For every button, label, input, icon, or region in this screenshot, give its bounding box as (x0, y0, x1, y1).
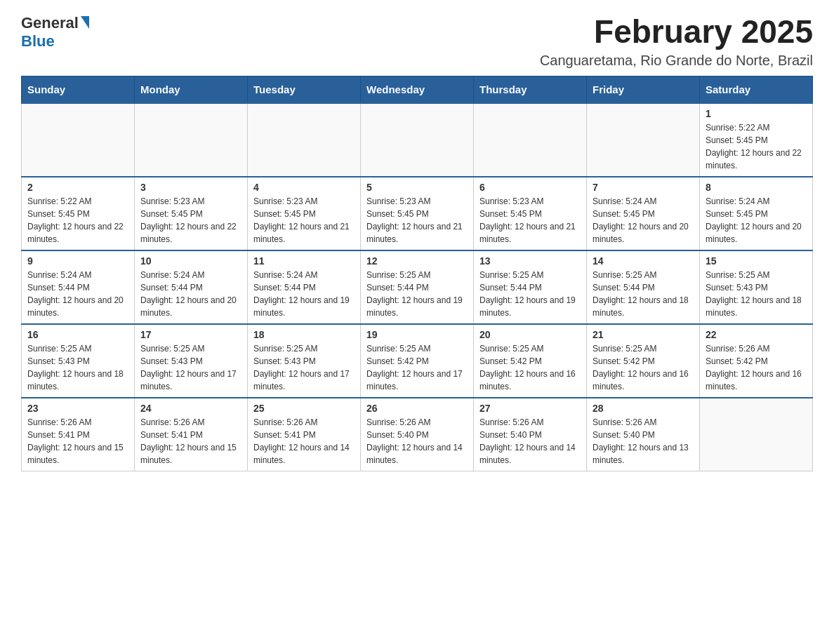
day-info: Sunrise: 5:26 AMSunset: 5:42 PMDaylight:… (706, 342, 807, 393)
day-info: Sunrise: 5:22 AMSunset: 5:45 PMDaylight:… (27, 195, 128, 246)
calendar-cell: 20Sunrise: 5:25 AMSunset: 5:42 PMDayligh… (474, 324, 587, 398)
calendar-week-row: 1Sunrise: 5:22 AMSunset: 5:45 PMDaylight… (22, 103, 813, 177)
day-info: Sunrise: 5:26 AMSunset: 5:40 PMDaylight:… (593, 416, 694, 467)
day-info: Sunrise: 5:23 AMSunset: 5:45 PMDaylight:… (140, 195, 241, 246)
calendar-cell: 28Sunrise: 5:26 AMSunset: 5:40 PMDayligh… (587, 398, 700, 471)
day-number: 10 (140, 255, 241, 267)
calendar-cell: 19Sunrise: 5:25 AMSunset: 5:42 PMDayligh… (361, 324, 474, 398)
calendar-cell (700, 398, 813, 471)
calendar-cell: 10Sunrise: 5:24 AMSunset: 5:44 PMDayligh… (135, 250, 248, 324)
day-number: 20 (479, 329, 581, 340)
day-number: 26 (366, 403, 468, 414)
calendar-cell (22, 103, 135, 177)
page-header: General Blue February 2025 Canguaretama,… (21, 14, 813, 69)
calendar-cell (474, 103, 587, 177)
day-number: 15 (706, 255, 807, 267)
day-number: 28 (593, 403, 694, 414)
calendar-cell: 24Sunrise: 5:26 AMSunset: 5:41 PMDayligh… (135, 398, 248, 471)
day-number: 25 (253, 403, 355, 414)
day-header-tuesday: Tuesday (248, 76, 361, 103)
logo-triangle-icon (81, 16, 89, 29)
day-number: 2 (27, 182, 128, 193)
calendar-week-row: 2Sunrise: 5:22 AMSunset: 5:45 PMDaylight… (22, 177, 813, 250)
calendar-cell: 15Sunrise: 5:25 AMSunset: 5:43 PMDayligh… (700, 250, 813, 324)
day-number: 4 (253, 182, 355, 193)
calendar-cell (587, 103, 700, 177)
day-header-sunday: Sunday (22, 76, 135, 103)
day-info: Sunrise: 5:25 AMSunset: 5:43 PMDaylight:… (706, 269, 807, 319)
calendar-cell (135, 103, 248, 177)
day-info: Sunrise: 5:23 AMSunset: 5:45 PMDaylight:… (253, 195, 355, 246)
calendar-subtitle: Canguaretama, Rio Grande do Norte, Brazi… (540, 53, 813, 69)
day-info: Sunrise: 5:25 AMSunset: 5:42 PMDaylight:… (366, 342, 468, 393)
day-number: 23 (27, 403, 128, 414)
day-number: 21 (593, 329, 694, 340)
day-info: Sunrise: 5:26 AMSunset: 5:41 PMDaylight:… (140, 416, 241, 467)
calendar-cell: 6Sunrise: 5:23 AMSunset: 5:45 PMDaylight… (474, 177, 587, 250)
day-number: 16 (27, 329, 128, 340)
day-info: Sunrise: 5:25 AMSunset: 5:43 PMDaylight:… (253, 342, 355, 393)
day-number: 17 (140, 329, 241, 340)
day-info: Sunrise: 5:26 AMSunset: 5:40 PMDaylight:… (479, 416, 581, 467)
day-info: Sunrise: 5:24 AMSunset: 5:44 PMDaylight:… (27, 269, 128, 319)
day-number: 18 (253, 329, 355, 340)
day-number: 27 (479, 403, 581, 414)
day-info: Sunrise: 5:23 AMSunset: 5:45 PMDaylight:… (366, 195, 468, 246)
calendar-cell: 7Sunrise: 5:24 AMSunset: 5:45 PMDaylight… (587, 177, 700, 250)
logo: General Blue (21, 14, 89, 51)
calendar-cell: 13Sunrise: 5:25 AMSunset: 5:44 PMDayligh… (474, 250, 587, 324)
day-info: Sunrise: 5:24 AMSunset: 5:45 PMDaylight:… (706, 195, 807, 246)
logo-general-text: General (21, 14, 79, 32)
day-number: 6 (479, 182, 581, 193)
calendar-table: SundayMondayTuesdayWednesdayThursdayFrid… (21, 76, 813, 471)
calendar-cell: 21Sunrise: 5:25 AMSunset: 5:42 PMDayligh… (587, 324, 700, 398)
calendar-cell (248, 103, 361, 177)
day-info: Sunrise: 5:24 AMSunset: 5:44 PMDaylight:… (140, 269, 241, 319)
calendar-cell: 12Sunrise: 5:25 AMSunset: 5:44 PMDayligh… (361, 250, 474, 324)
day-info: Sunrise: 5:22 AMSunset: 5:45 PMDaylight:… (706, 121, 807, 172)
day-number: 14 (593, 255, 694, 267)
calendar-cell: 4Sunrise: 5:23 AMSunset: 5:45 PMDaylight… (248, 177, 361, 250)
day-info: Sunrise: 5:25 AMSunset: 5:44 PMDaylight:… (479, 269, 581, 319)
calendar-cell: 22Sunrise: 5:26 AMSunset: 5:42 PMDayligh… (700, 324, 813, 398)
day-number: 5 (366, 182, 468, 193)
day-info: Sunrise: 5:24 AMSunset: 5:44 PMDaylight:… (253, 269, 355, 319)
day-info: Sunrise: 5:24 AMSunset: 5:45 PMDaylight:… (593, 195, 694, 246)
day-number: 12 (366, 255, 468, 267)
calendar-cell: 8Sunrise: 5:24 AMSunset: 5:45 PMDaylight… (700, 177, 813, 250)
calendar-cell: 25Sunrise: 5:26 AMSunset: 5:41 PMDayligh… (248, 398, 361, 471)
title-block: February 2025 Canguaretama, Rio Grande d… (540, 14, 813, 69)
calendar-week-row: 9Sunrise: 5:24 AMSunset: 5:44 PMDaylight… (22, 250, 813, 324)
calendar-cell: 2Sunrise: 5:22 AMSunset: 5:45 PMDaylight… (22, 177, 135, 250)
calendar-cell: 26Sunrise: 5:26 AMSunset: 5:40 PMDayligh… (361, 398, 474, 471)
calendar-cell: 3Sunrise: 5:23 AMSunset: 5:45 PMDaylight… (135, 177, 248, 250)
calendar-header-row: SundayMondayTuesdayWednesdayThursdayFrid… (22, 76, 813, 103)
day-info: Sunrise: 5:25 AMSunset: 5:44 PMDaylight:… (593, 269, 694, 319)
calendar-cell: 16Sunrise: 5:25 AMSunset: 5:43 PMDayligh… (22, 324, 135, 398)
day-number: 1 (706, 108, 807, 119)
calendar-title: February 2025 (540, 14, 813, 50)
day-number: 13 (479, 255, 581, 267)
calendar-cell: 14Sunrise: 5:25 AMSunset: 5:44 PMDayligh… (587, 250, 700, 324)
calendar-cell: 9Sunrise: 5:24 AMSunset: 5:44 PMDaylight… (22, 250, 135, 324)
calendar-cell: 5Sunrise: 5:23 AMSunset: 5:45 PMDaylight… (361, 177, 474, 250)
day-header-saturday: Saturday (700, 76, 813, 103)
calendar-cell (361, 103, 474, 177)
day-info: Sunrise: 5:25 AMSunset: 5:42 PMDaylight:… (479, 342, 581, 393)
day-info: Sunrise: 5:26 AMSunset: 5:40 PMDaylight:… (366, 416, 468, 467)
day-number: 3 (140, 182, 241, 193)
calendar-week-row: 16Sunrise: 5:25 AMSunset: 5:43 PMDayligh… (22, 324, 813, 398)
day-info: Sunrise: 5:25 AMSunset: 5:43 PMDaylight:… (140, 342, 241, 393)
calendar-cell: 18Sunrise: 5:25 AMSunset: 5:43 PMDayligh… (248, 324, 361, 398)
calendar-week-row: 23Sunrise: 5:26 AMSunset: 5:41 PMDayligh… (22, 398, 813, 471)
calendar-cell: 11Sunrise: 5:24 AMSunset: 5:44 PMDayligh… (248, 250, 361, 324)
calendar-cell: 27Sunrise: 5:26 AMSunset: 5:40 PMDayligh… (474, 398, 587, 471)
day-header-wednesday: Wednesday (361, 76, 474, 103)
day-number: 8 (706, 182, 807, 193)
day-info: Sunrise: 5:26 AMSunset: 5:41 PMDaylight:… (27, 416, 128, 467)
day-number: 19 (366, 329, 468, 340)
calendar-cell: 17Sunrise: 5:25 AMSunset: 5:43 PMDayligh… (135, 324, 248, 398)
day-header-thursday: Thursday (474, 76, 587, 103)
day-info: Sunrise: 5:23 AMSunset: 5:45 PMDaylight:… (479, 195, 581, 246)
day-info: Sunrise: 5:25 AMSunset: 5:42 PMDaylight:… (593, 342, 694, 393)
